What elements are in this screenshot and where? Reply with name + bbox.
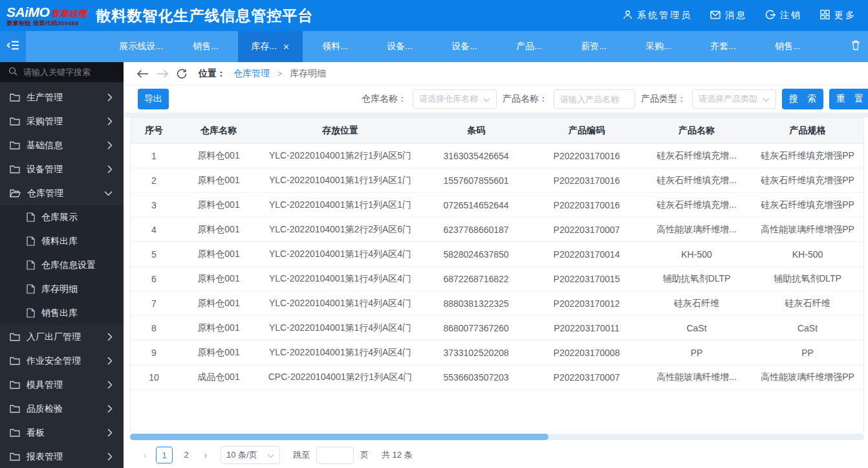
sidebar-item-模具管理[interactable]: 模具管理 bbox=[0, 373, 124, 397]
messages-button[interactable]: 消息 bbox=[710, 10, 747, 21]
forward-button[interactable] bbox=[157, 69, 169, 78]
table-cell: YLC-20220104001第1行4列A区4门 bbox=[260, 267, 420, 291]
warehouse-select-placeholder: 请选择仓库名称 bbox=[419, 93, 478, 105]
reset-button[interactable]: 重 置 bbox=[829, 89, 868, 109]
table-cell: YLC-20220104001第2行1列A区5门 bbox=[260, 144, 420, 168]
main-panel: 位置： 仓库管理 > 库存明细 导出 仓库名称： 请选择仓库名称 产品名称： 产… bbox=[124, 62, 868, 468]
sidebar-subitem-库存明细[interactable]: 库存明细 bbox=[0, 277, 124, 301]
sidebar-item-label: 采购管理 bbox=[27, 116, 107, 128]
tab-产品[interactable]: 产品... bbox=[497, 31, 561, 62]
sidebar-subitem-仓库展示[interactable]: 仓库展示 bbox=[0, 205, 124, 229]
page-number-1[interactable]: 1 bbox=[156, 447, 173, 463]
table-panel: 序号仓库名称存放位置条码产品编码产品名称产品规格 1原料仓001YLC-2022… bbox=[124, 117, 868, 468]
sidebar-subitem-领料出库[interactable]: 领料出库 bbox=[0, 229, 124, 253]
sidebar-subitem-label: 销售出库 bbox=[41, 307, 78, 319]
sidebar-item-设备管理[interactable]: 设备管理 bbox=[0, 157, 124, 181]
table-cell: 4 bbox=[131, 217, 177, 242]
table-cell: 9 bbox=[131, 340, 177, 365]
prev-page-button[interactable]: ‹ bbox=[140, 450, 149, 460]
sidebar-item-品质检验[interactable]: 品质检验 bbox=[0, 397, 124, 421]
logout-button[interactable]: 注销 bbox=[765, 10, 802, 22]
table-cell: P202203170014 bbox=[532, 242, 642, 267]
page-number-2[interactable]: 2 bbox=[178, 447, 195, 463]
sidebar-item-基础信息[interactable]: 基础信息 bbox=[0, 133, 124, 157]
saimo-logo: SAiMO赛摩雄鹰 赛摩智能 股票代码300466 bbox=[6, 5, 87, 27]
table-cell: 5 bbox=[131, 242, 177, 267]
tab-齐套[interactable]: 齐套... bbox=[691, 31, 755, 62]
warehouse-name-select[interactable]: 请选择仓库名称 bbox=[413, 89, 497, 109]
table-cell: YLC-20220104001第1行1列A区1门 bbox=[260, 193, 420, 217]
trash-icon bbox=[851, 40, 860, 53]
sidebar-subitem-销售出库[interactable]: 销售出库 bbox=[0, 301, 124, 325]
product-type-select[interactable]: 请选择产品类型 bbox=[692, 89, 776, 109]
document-icon bbox=[27, 212, 35, 222]
user-menu[interactable]: 系统管理员 bbox=[623, 10, 692, 22]
product-type-label: 产品类型： bbox=[641, 93, 686, 105]
table-cell: YLC-20220104001第1行4列A区4门 bbox=[260, 242, 420, 267]
breadcrumb-parent-link[interactable]: 仓库管理 bbox=[233, 68, 270, 80]
tab-strip: 展示线设...销售...库存...✕领料...设备...设备...产品...薪资… bbox=[109, 31, 820, 62]
horizontal-scrollbar[interactable] bbox=[130, 434, 864, 440]
tab-label: 销售... bbox=[193, 41, 219, 52]
table-row: 3原料仓001YLC-20220104001第1行1列A区1门072651465… bbox=[131, 193, 863, 217]
table-cell: 3163035426654 bbox=[420, 144, 532, 168]
tab-薪资[interactable]: 薪资... bbox=[561, 31, 626, 62]
sidebar-item-仓库管理[interactable]: 仓库管理 bbox=[0, 181, 124, 205]
table-cell: 原料仓001 bbox=[177, 242, 260, 267]
chevron-right-icon bbox=[107, 452, 113, 461]
table-cell: 2 bbox=[131, 168, 177, 193]
document-icon bbox=[27, 284, 35, 294]
horizontal-scrollbar-thumb[interactable] bbox=[130, 434, 548, 440]
sidebar-subitem-仓库信息设置[interactable]: 仓库信息设置 bbox=[0, 253, 124, 277]
tab-设备[interactable]: 设备... bbox=[432, 31, 497, 62]
folder-icon bbox=[10, 405, 20, 413]
refresh-button[interactable] bbox=[177, 69, 187, 79]
location-label: 位置： bbox=[199, 68, 226, 80]
table-cell: CaSt bbox=[752, 316, 863, 340]
sidebar: 请输入关键字搜索 生产管理采购管理基础信息设备管理仓库管理仓库展示领料出库仓库信… bbox=[0, 62, 124, 468]
sidebar-item-看板[interactable]: 看板 bbox=[0, 421, 124, 445]
sidebar-search-box[interactable]: 请输入关键字搜索 bbox=[0, 62, 124, 82]
page-size-select[interactable]: 10 条/页 bbox=[221, 446, 280, 464]
tab-设备[interactable]: 设备... bbox=[367, 31, 432, 62]
search-button[interactable]: 搜 索 bbox=[782, 89, 823, 109]
table-cell: 高性能玻璃纤维增... bbox=[642, 365, 752, 390]
sidebar-item-作业安全管理[interactable]: 作业安全管理 bbox=[0, 349, 124, 373]
tab-label: 设备... bbox=[387, 41, 413, 52]
table-row: 6原料仓001YLC-20220104001第1行4列A区4门687226871… bbox=[131, 267, 863, 291]
sidebar-item-生产管理[interactable]: 生产管理 bbox=[0, 85, 124, 109]
tab-展示线设[interactable]: 展示线设... bbox=[109, 31, 173, 62]
table-cell: P202203170007 bbox=[532, 217, 642, 242]
export-button[interactable]: 导出 bbox=[138, 89, 169, 109]
tab-库存[interactable]: 库存...✕ bbox=[238, 31, 303, 62]
sidebar-item-采购管理[interactable]: 采购管理 bbox=[0, 109, 124, 133]
folder-open-icon bbox=[10, 189, 21, 197]
product-name-input[interactable] bbox=[554, 89, 635, 109]
close-all-tabs-button[interactable] bbox=[843, 31, 868, 62]
sidebar-submenu: 仓库展示领料出库仓库信息设置库存明细销售出库 bbox=[0, 205, 124, 325]
tab-销售[interactable]: 销售... bbox=[173, 31, 238, 62]
sidebar-item-入厂出厂管理[interactable]: 入厂出厂管理 bbox=[0, 325, 124, 349]
tab-label: 产品... bbox=[516, 41, 542, 52]
tab-采购[interactable]: 采购... bbox=[626, 31, 691, 62]
tab-销售[interactable]: 销售... bbox=[755, 31, 820, 62]
tab-领料[interactable]: 领料... bbox=[303, 31, 367, 62]
table-cell: 7 bbox=[131, 291, 177, 316]
table-cell: 成品仓001 bbox=[177, 365, 260, 390]
chevron-right-icon bbox=[107, 333, 113, 341]
column-header-序号: 序号 bbox=[131, 118, 177, 144]
back-button[interactable] bbox=[136, 69, 149, 78]
next-page-button[interactable]: › bbox=[201, 450, 210, 460]
table-cell: P202203170016 bbox=[532, 168, 642, 193]
sidebar-item-报表管理[interactable]: 报表管理 bbox=[0, 445, 124, 468]
sidebar-collapse-button[interactable] bbox=[0, 31, 26, 62]
jump-to-page-input[interactable] bbox=[316, 447, 354, 464]
document-icon bbox=[27, 260, 35, 270]
table-cell: YLC-20220104001第2行2列A区6门 bbox=[260, 217, 420, 242]
folder-icon bbox=[10, 141, 20, 150]
message-icon bbox=[710, 10, 721, 21]
column-header-条码: 条码 bbox=[420, 118, 532, 144]
more-button[interactable]: 更多 bbox=[820, 10, 856, 21]
tab-close-icon[interactable]: ✕ bbox=[283, 42, 290, 52]
chevron-down-icon bbox=[483, 95, 490, 104]
